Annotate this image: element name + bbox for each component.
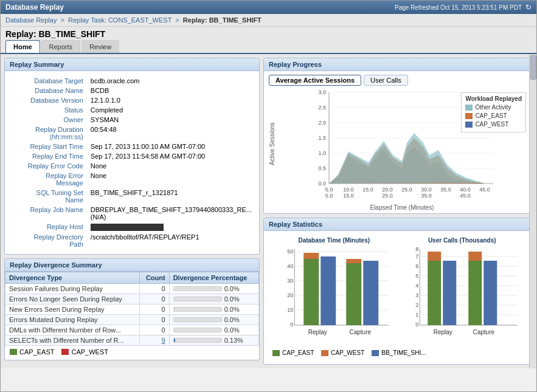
pct-bar-container: 0.0% (173, 316, 255, 323)
table-row: Replay ErrorMessage None (10, 171, 254, 188)
main-area: Replay Summary Database Target bcdb.orac… (1, 54, 536, 368)
stats-charts: Database Time (Minutes) 0 10 20 (268, 235, 528, 349)
svg-text:50: 50 (287, 249, 293, 255)
stats-label-west: CAP_WEST (331, 349, 364, 356)
svg-text:35.0: 35.0 (440, 187, 451, 193)
right-panel: Replay Progress Average Active Sessions … (263, 58, 533, 365)
tab-reports[interactable]: Reports (41, 40, 81, 53)
field-label: Database Name (10, 86, 88, 95)
field-label: Database Version (10, 95, 88, 105)
pct-value: 0.0% (224, 306, 240, 313)
field-label: SQL Tuning SetName (10, 188, 88, 205)
legend-label-west: CAP_WEST (71, 348, 108, 356)
field-value: Sep 17, 2013 11:00:10 AM GMT-07:00 (88, 142, 254, 151)
bar2-replay-west (428, 252, 441, 261)
table-row: Database Target bcdb.oracle.com (10, 76, 254, 86)
svg-text:3.0: 3.0 (318, 89, 326, 95)
breadcrumb-link-1[interactable]: Database Replay (5, 16, 57, 24)
stats-color-east (272, 350, 280, 356)
stats-legend-west: CAP_WEST (321, 349, 364, 356)
svg-text:2.5: 2.5 (318, 105, 326, 111)
user-calls-title: User Calls (Thousands) (401, 237, 524, 244)
svg-text:3: 3 (415, 292, 418, 298)
field-value: BCDB (88, 86, 254, 95)
divergence-type: SELECTs with Different Number of R... (5, 335, 140, 346)
left-panel: Replay Summary Database Target bcdb.orac… (4, 58, 260, 365)
divergence-legend: CAP_EAST CAP_WEST (5, 346, 259, 360)
chart-tab-avg-sessions[interactable]: Average Active Sessions (269, 75, 361, 86)
pct-bar-container: 0.0% (173, 295, 255, 303)
svg-text:30.0: 30.0 (421, 187, 432, 193)
field-label: Database Target (10, 76, 88, 86)
breadcrumb-link-2[interactable]: Replay Task: CONS_EAST_WEST (68, 16, 171, 24)
svg-text:2: 2 (415, 302, 418, 308)
svg-text:1.5: 1.5 (318, 135, 326, 141)
svg-text:5.0: 5.0 (325, 193, 333, 199)
svg-text:Replay: Replay (308, 329, 327, 335)
redacted-value (91, 224, 164, 231)
divergence-pct: 0.0% (169, 284, 258, 294)
table-row: DMLs with Different Number of Row... 0 0… (5, 325, 259, 335)
replay-stats-card: Replay Statistics Database Time (Minutes… (263, 218, 533, 365)
stats-color-bb (372, 350, 379, 356)
stats-legend: CAP_EAST CAP_WEST BB_TIME_SHI... (268, 349, 528, 360)
divergence-pct: 0.0% (169, 304, 258, 315)
divergence-count: 0 (139, 284, 169, 294)
chart-tabs: Average Active Sessions User Calls (269, 75, 527, 86)
field-value: None (88, 161, 254, 171)
stats-label-east: CAP_EAST (282, 349, 314, 356)
stats-legend-east: CAP_EAST (272, 349, 314, 356)
field-value: /scratch/bbolltof/RAT/REPLAY/REP1 (88, 232, 254, 249)
pct-bar-container: 0.13% (173, 337, 255, 344)
svg-text:1: 1 (415, 312, 418, 318)
divergence-count: 0 (139, 315, 169, 325)
divergence-type: Session Failures During Replay (5, 284, 140, 294)
svg-text:0: 0 (290, 322, 293, 328)
svg-text:25.0: 25.0 (382, 193, 393, 199)
progress-bar (173, 297, 222, 301)
count-link[interactable]: 9 (162, 337, 165, 344)
legend-color-other (465, 105, 473, 111)
divergence-header: Replay Divergence Summary (5, 259, 259, 272)
svg-text:5.0: 5.0 (325, 187, 333, 193)
svg-text:15.0: 15.0 (362, 187, 373, 193)
divergence-count: 9 (139, 335, 169, 346)
table-row: Replay Host (10, 222, 254, 232)
bar2-capture-bb (483, 261, 497, 325)
scrollbar-thumb[interactable] (530, 55, 536, 80)
svg-text:0.0: 0.0 (318, 181, 326, 187)
svg-text:2.0: 2.0 (318, 120, 326, 126)
svg-text:6: 6 (415, 263, 418, 269)
db-time-chart: Database Time (Minutes) 0 10 20 (272, 237, 396, 345)
progress-bar (173, 307, 222, 312)
replay-progress-card: Replay Progress Average Active Sessions … (263, 58, 533, 214)
divergence-pct: 0.0% (169, 325, 258, 335)
bar2-capture-east (468, 261, 482, 325)
field-label: Replay DirectoryPath (10, 232, 88, 249)
svg-text:10.0: 10.0 (343, 187, 354, 193)
refresh-icon[interactable]: ↻ (525, 3, 532, 12)
breadcrumb-current: Replay: BB_TIME_SHIFT (183, 16, 262, 24)
replay-progress-body: Average Active Sessions User Calls Activ… (264, 71, 532, 213)
col-header-type: Divergence Type (5, 272, 140, 284)
chart-tab-user-calls[interactable]: User Calls (364, 75, 408, 86)
scrollbar-track[interactable] (529, 54, 536, 368)
svg-text:0.5: 0.5 (318, 165, 326, 171)
user-calls-svg: 0 1 2 3 4 5 (401, 246, 524, 343)
table-row: Replay End Time Sep 17, 2013 11:54:58 AM… (10, 151, 254, 161)
pct-value: 0.13% (224, 337, 243, 344)
field-value: Sep 17, 2013 11:54:58 AM GMT-07:00 (88, 151, 254, 161)
field-value: bcdb.oracle.com (88, 76, 254, 86)
divergence-type: DMLs with Different Number of Row... (5, 325, 140, 335)
user-calls-chart: User Calls (Thousands) 0 1 2 (401, 237, 524, 345)
bar2-replay-east (428, 261, 441, 325)
field-label: Replay Duration(hh:mm:ss) (10, 125, 88, 142)
col-header-count: Count (139, 272, 169, 284)
field-value: Completed (88, 105, 254, 115)
table-header-row: Divergence Type Count Divergence Percent… (5, 272, 259, 284)
tab-review[interactable]: Review (81, 40, 119, 53)
svg-text:0: 0 (415, 322, 418, 328)
tab-home[interactable]: Home (5, 40, 40, 53)
field-label: Replay ErrorMessage (10, 171, 88, 188)
legend-label-east: CAP_EAST (19, 348, 54, 356)
